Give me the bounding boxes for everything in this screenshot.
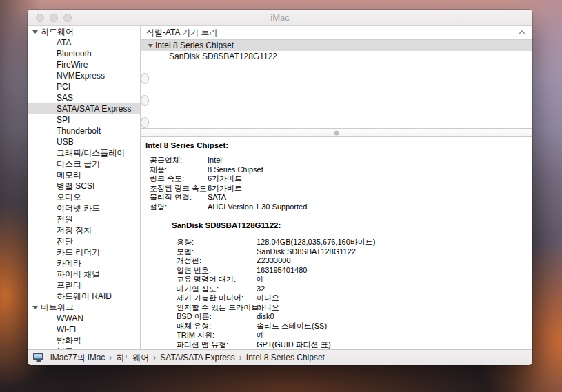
sidebar-item-sata-sata-express[interactable]: SATA/SATA Express [28, 103, 140, 114]
window-titlebar[interactable]: iMac [28, 10, 532, 26]
disclosure-triangle-icon[interactable] [148, 44, 153, 48]
detail-field: 설명:AHCI Version 1.30 Supported [141, 203, 532, 212]
field-value: 128.04GB(128,035,676,160바이트) [257, 238, 375, 246]
device-tree-header[interactable]: 직렬-ATA 기기 트리 [141, 26, 532, 40]
field-value: 솔리드 스테이트(SS) [257, 322, 327, 330]
field-label: TRIM 지원: [177, 331, 257, 340]
tree-row-empty [141, 117, 149, 128]
field-value: 163195401480 [257, 266, 307, 274]
field-label: 파티션 맵 유형: [177, 340, 257, 350]
panel-splitter[interactable] [141, 128, 532, 137]
sidebar-item-thunderbolt[interactable]: Thunderbolt [28, 125, 140, 136]
sidebar-group-label: 네트워크 [41, 302, 74, 313]
sidebar-item-pci[interactable]: PCI [28, 81, 140, 92]
zoom-button[interactable] [63, 14, 72, 22]
field-label: 물리적 연결: [150, 193, 208, 203]
sidebar-item-label: PCI [57, 81, 70, 92]
sidebar-item-label: 하드웨어 RAID [57, 291, 112, 302]
sidebar-item-sas[interactable]: SAS [28, 92, 140, 103]
breadcrumb-item-2[interactable]: SATA/SATA Express [160, 353, 234, 362]
minimize-button[interactable] [50, 14, 58, 22]
disclosure-triangle-icon[interactable] [32, 30, 38, 34]
sidebar-item-usb[interactable]: USB [28, 136, 140, 147]
sidebar-item-graphics-displays[interactable]: 그래픽/디스플레이 [28, 147, 140, 158]
window-content: 하드웨어ATABluetoothFireWireNVMExpressPCISAS… [28, 26, 532, 349]
field-value: SATA [208, 193, 226, 201]
sidebar-group-network[interactable]: 네트워크 [28, 302, 140, 313]
field-label: 용량: [177, 238, 257, 247]
sidebar-item-ata[interactable]: ATA [28, 37, 140, 48]
detail-field: 공급업체:Intel [141, 156, 532, 165]
breadcrumb-separator: › [153, 353, 156, 362]
breadcrumb-item-1[interactable]: 하드웨어 [116, 352, 149, 364]
system-information-window: iMac 하드웨어ATABluetoothFireWireNVMExpressP… [28, 10, 532, 365]
sidebar-item-label: 카메라 [57, 258, 81, 269]
sidebar-item-wwan[interactable]: WWAN [28, 313, 140, 324]
sidebar-group-hardware[interactable]: 하드웨어 [28, 26, 140, 37]
sidebar-item-label: 방화벽 [57, 335, 81, 346]
sidebar-item-firewire[interactable]: FireWire [28, 59, 140, 70]
tree-row-intel-8-series-chipset[interactable]: Intel 8 Series Chipset [141, 40, 532, 51]
breadcrumb-item-0[interactable]: iMac77의 iMac [50, 352, 105, 364]
sidebar-item-fibre-channel[interactable]: 파이버 채널 [28, 269, 140, 280]
sidebar-item-label: 이더넷 카드 [57, 203, 100, 214]
field-value: SanDisk SD8SBAT128G1122 [257, 247, 356, 256]
sidebar-item-disc-burning[interactable]: 디스크 굽기 [28, 158, 140, 169]
sidebar-item-card-reader[interactable]: 카드 리더기 [28, 247, 140, 258]
field-value: Z2333000 [257, 256, 291, 265]
detail-field: 용량:128.04GB(128,035,676,160바이트) [141, 238, 532, 247]
sidebar-item-storage[interactable]: 저장 장치 [28, 225, 140, 236]
sidebar-item-wi-fi[interactable]: Wi-Fi [28, 324, 140, 335]
sidebar-item-ethernet-cards[interactable]: 이더넷 카드 [28, 203, 140, 214]
tree-row-label: SanDisk SD8SBAT128G1122 [169, 51, 277, 62]
sidebar-item-label: 그래픽/디스플레이 [57, 147, 125, 158]
sidebar-item-label: SPI [57, 114, 70, 125]
sidebar-item-camera[interactable]: 카메라 [28, 258, 140, 269]
sidebar-item-label: SATA/SATA Express [57, 103, 131, 114]
sidebar-item-diagnostics[interactable]: 진단 [28, 236, 140, 247]
tree-row-empty [141, 95, 149, 106]
sidebar-item-label: NVMExpress [57, 70, 105, 81]
breadcrumb-separator: › [239, 353, 242, 362]
field-value: 6기가비트 [208, 174, 242, 183]
sidebar-item-spi[interactable]: SPI [28, 114, 140, 125]
detail-field: 개정판:Z2333000 [141, 256, 532, 266]
breadcrumb: iMac77의 iMac›하드웨어›SATA/SATA Express›Inte… [28, 349, 532, 365]
field-label: 개정판: [177, 256, 257, 266]
details-fields: 용량:128.04GB(128,035,676,160바이트)모델:SanDis… [141, 238, 532, 349]
sidebar-item-label: 진단 [57, 236, 73, 247]
tree-row-sandisk-sd8sbat128g1122[interactable]: SanDisk SD8SBAT128G1122 [141, 51, 532, 62]
field-value: 예 [257, 331, 264, 339]
sidebar-item-label: 프린터 [57, 280, 81, 291]
sidebar-item-label: USB [57, 136, 74, 147]
sidebar-item-bluetooth[interactable]: Bluetooth [28, 48, 140, 59]
field-label: 링크 속도: [150, 174, 208, 184]
disclosure-triangle-icon[interactable] [32, 306, 38, 309]
field-value: 아니요 [257, 303, 279, 311]
breadcrumb-item-3[interactable]: Intel 8 Series Chipset [246, 353, 325, 362]
sidebar-item-memory[interactable]: 메모리 [28, 169, 140, 180]
sidebar-item-nvmexpress[interactable]: NVMExpress [28, 70, 140, 81]
field-label: 제거 가능한 미디어: [177, 293, 257, 303]
sidebar-item-label: 전원 [57, 214, 73, 225]
breadcrumb-separator: › [109, 353, 112, 362]
sidebar-item-label: 파이버 채널 [57, 269, 100, 280]
close-button[interactable] [36, 14, 44, 22]
field-value: GPT(GUID 파티션 표) [257, 340, 331, 349]
field-value: 8 Series Chipset [208, 165, 263, 174]
sidebar-item-label: 디스크 굽기 [57, 158, 100, 169]
detail-field: 고유 명령어 대기:예 [141, 275, 532, 285]
sidebar-item-parallel-scsi[interactable]: 병렬 SCSI [28, 180, 140, 192]
field-value: 예 [257, 275, 264, 283]
details-fields: 공급업체:Intel제품:8 Series Chipset링크 속도:6기가비트… [141, 156, 532, 212]
tree-row-empty [141, 84, 532, 95]
sidebar-item-printers[interactable]: 프린터 [28, 280, 140, 291]
sidebar-group-label: 하드웨어 [41, 26, 74, 37]
sidebar-item-hardware-raid[interactable]: 하드웨어 RAID [28, 291, 140, 302]
detail-field: 파티션 맵 유형:GPT(GUID 파티션 표) [141, 340, 532, 350]
sidebar-item-power[interactable]: 전원 [28, 214, 140, 225]
sidebar-item-audio[interactable]: 오디오 [28, 192, 140, 203]
tree-row-empty [141, 73, 149, 84]
detail-field: 대기열 심도:32 [141, 285, 532, 294]
sidebar-item-firewall[interactable]: 방화벽 [28, 335, 140, 346]
